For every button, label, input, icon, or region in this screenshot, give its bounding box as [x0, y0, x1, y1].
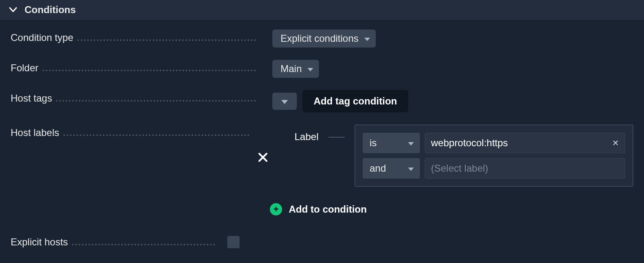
connector-line — [328, 137, 345, 138]
host-tags-label: Host tags — [11, 93, 56, 104]
label-conditions-box: is webprotocol:https ✕ and — [355, 125, 633, 187]
label-placeholder: (Select label) — [431, 163, 488, 174]
label-value-input[interactable]: (Select label) — [425, 158, 625, 179]
add-to-condition-label: Add to condition — [289, 204, 367, 215]
label-group-title: Label — [294, 125, 319, 143]
conditions-section-header[interactable]: Conditions — [0, 0, 644, 20]
caret-down-icon — [307, 68, 313, 71]
section-title: Conditions — [25, 4, 76, 16]
dots-divider — [72, 236, 215, 245]
add-to-condition-button[interactable]: + Add to condition — [270, 203, 633, 215]
label-value-text: webprotocol:https — [431, 137, 508, 149]
label-operator-value: is — [370, 137, 377, 149]
label-operator-select[interactable]: is — [363, 133, 420, 153]
condition-type-value: Explicit conditions — [280, 33, 359, 44]
label-operator-value: and — [370, 163, 386, 174]
caret-down-icon — [408, 168, 414, 171]
dots-divider — [43, 62, 256, 71]
folder-label: Folder — [11, 62, 43, 74]
caret-down-icon — [408, 142, 414, 145]
label-row: and (Select label) — [363, 158, 625, 179]
dots-divider — [77, 32, 256, 41]
caret-down-icon — [364, 38, 370, 41]
condition-type-select[interactable]: Explicit conditions — [272, 29, 376, 48]
label-operator-select[interactable]: and — [363, 158, 420, 179]
dots-divider — [63, 127, 250, 136]
clear-label-icon[interactable]: ✕ — [612, 138, 619, 148]
host-labels-label: Host labels — [11, 127, 63, 138]
explicit-hosts-label: Explicit hosts — [11, 236, 72, 248]
add-tag-condition-button[interactable]: Add tag condition — [303, 90, 408, 112]
folder-select[interactable]: Main — [272, 60, 319, 78]
dots-divider — [56, 93, 256, 102]
label-value-input[interactable]: webprotocol:https ✕ — [425, 133, 625, 153]
remove-label-group-button[interactable] — [258, 152, 268, 166]
chevron-down-icon — [9, 7, 17, 13]
folder-value: Main — [280, 63, 302, 75]
label-row: is webprotocol:https ✕ — [363, 133, 625, 153]
host-tags-dropdown[interactable] — [272, 93, 297, 110]
plus-circle-icon: + — [270, 203, 282, 215]
explicit-hosts-checkbox[interactable] — [227, 236, 240, 248]
condition-type-label: Condition type — [11, 32, 77, 43]
caret-down-icon — [281, 100, 288, 104]
